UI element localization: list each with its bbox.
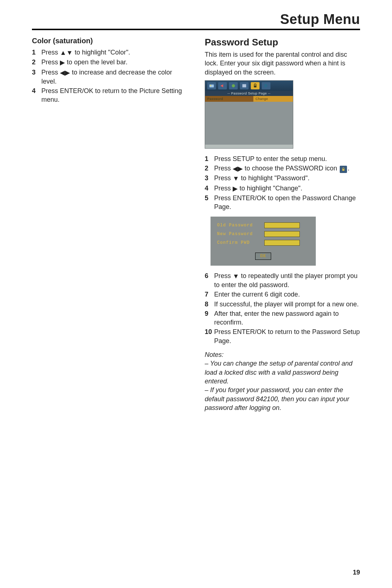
down-arrow-icon: ▼ [233, 272, 239, 281]
step-text: After that, enter the new password again… [214, 309, 360, 327]
step-item: 4Press ▶ to highlight "Change". [205, 184, 360, 193]
password-steps-b: 6Press ▼ to repeatedly until the player … [205, 271, 360, 345]
step-number: 7 [205, 290, 214, 299]
step-number: 3 [205, 174, 214, 182]
step-number: 6 [205, 271, 214, 280]
step-number: 9 [205, 309, 214, 318]
step-text: Press ENTER/OK to open the Password Chan… [214, 194, 360, 212]
step-text: Press ▲▼ to highlight "Color". [41, 48, 187, 57]
old-password-label: Old Password [217, 223, 264, 228]
step-item: 3Press ◀▶ to increase and decrease the c… [32, 68, 187, 86]
step-item: 5Press ENTER/OK to open the Password Cha… [205, 194, 360, 212]
right-arrow-icon: ▶ [233, 184, 238, 193]
color-steps-list: 1Press ▲▼ to highlight "Color".2Press ▶ … [32, 48, 187, 104]
step-number: 1 [32, 48, 41, 57]
tab-icon-audio [218, 82, 227, 89]
left-column: Color (saturation) 1Press ▲▼ to highligh… [32, 37, 187, 412]
tab-icon-video [229, 82, 238, 89]
page-number: 19 [353, 569, 360, 576]
ok-button: OK [255, 253, 271, 260]
step-text: If successful, the player will prompt fo… [214, 300, 360, 309]
step-number: 10 [205, 327, 214, 336]
tab-icon-password [251, 82, 260, 89]
step-number: 4 [205, 184, 214, 193]
step-text: Press ▼ to highlight "Password". [214, 174, 360, 183]
step-item: 1Press ▲▼ to highlight "Color". [32, 48, 187, 57]
password-change-screenshot: Old Password New Password Confirm PWD OK [211, 217, 316, 266]
confirm-password-field [264, 240, 300, 246]
new-password-field [264, 231, 300, 237]
osd-row-value: Change [253, 96, 293, 102]
tab-icon-preference [240, 82, 249, 89]
right-column: Password Setup This item is used for the… [205, 37, 360, 412]
step-item: 7Enter the current 6 digit code. [205, 290, 360, 299]
tab-icon-exit [262, 82, 270, 89]
step-text: Press ▶ to open the level bar. [41, 58, 187, 67]
page-header: Setup Menu [32, 12, 360, 30]
left-arrow-icon: ◀ [233, 164, 238, 173]
svg-rect-4 [254, 85, 257, 87]
right-arrow-icon: ▶ [65, 68, 70, 77]
step-text: Press ENTER/OK to return to the Password… [214, 327, 360, 345]
down-arrow-icon: ▼ [66, 48, 73, 57]
left-arrow-icon: ◀ [60, 68, 65, 77]
lock-icon [340, 166, 347, 173]
step-text: Press ◀▶ to choose the PASSWORD icon . [214, 164, 360, 173]
step-text: Press ▶ to highlight "Change". [214, 184, 360, 193]
step-number: 4 [32, 86, 41, 95]
notes-title: Notes: [205, 350, 360, 359]
new-password-label: New Password [217, 231, 264, 237]
down-arrow-icon: ▼ [233, 174, 239, 183]
page-title: Setup Menu [32, 12, 360, 27]
right-arrow-icon: ▶ [238, 164, 243, 173]
step-number: 8 [205, 300, 214, 309]
step-text: Press ▼ to repeatedly until the player p… [214, 271, 360, 290]
notes-line-2: – If you forget your password, you can e… [205, 386, 360, 412]
step-item: 8If successful, the player will prompt f… [205, 300, 360, 309]
step-number: 3 [32, 68, 41, 77]
right-arrow-icon: ▶ [60, 58, 65, 67]
step-number: 5 [205, 194, 214, 202]
svg-rect-0 [209, 84, 214, 87]
old-password-field [264, 222, 300, 228]
up-arrow-icon: ▲ [60, 48, 66, 57]
step-text: Press SETUP to enter the setup menu. [214, 154, 360, 163]
osd-title: -- Password Setup Page -- [205, 91, 293, 96]
step-number: 2 [205, 164, 214, 173]
password-steps-a: 1Press SETUP to enter the setup menu.2Pr… [205, 154, 360, 212]
step-number: 1 [205, 154, 214, 163]
step-text: Press ENTER/OK to return to the Picture … [41, 86, 187, 104]
color-saturation-heading: Color (saturation) [32, 37, 187, 45]
step-item: 3Press ▼ to highlight "Password". [205, 174, 360, 183]
step-item: 1Press SETUP to enter the setup menu. [205, 154, 360, 163]
tab-icon-general [207, 82, 216, 89]
step-item: 4Press ENTER/OK to return to the Picture… [32, 86, 187, 104]
step-text: Press ◀▶ to increase and decrease the co… [41, 68, 187, 86]
password-setup-intro: This item is used for the parental contr… [205, 50, 360, 77]
step-item: 10Press ENTER/OK to return to the Passwo… [205, 327, 360, 345]
step-item: 2Press ▶ to open the level bar. [32, 58, 187, 67]
step-item: 2Press ◀▶ to choose the PASSWORD icon . [205, 164, 360, 173]
svg-rect-3 [242, 84, 246, 88]
svg-point-1 [210, 85, 212, 86]
step-text: Enter the current 6 digit code. [214, 290, 360, 299]
confirm-password-label: Confirm PWD [217, 240, 264, 245]
password-setup-heading: Password Setup [205, 37, 360, 48]
osd-row-label: Password [205, 96, 253, 102]
step-number: 2 [32, 58, 41, 67]
step-item: 9After that, enter the new password agai… [205, 309, 360, 327]
step-item: 6Press ▼ to repeatedly until the player … [205, 271, 360, 290]
notes-block: Notes: – You can change the setup of par… [205, 350, 360, 412]
notes-line-1: – You can change the setup of parental c… [205, 359, 360, 386]
password-setup-screenshot: -- Password Setup Page -- Password Chang… [205, 80, 293, 149]
svg-rect-5 [342, 169, 344, 171]
svg-point-2 [232, 84, 235, 88]
